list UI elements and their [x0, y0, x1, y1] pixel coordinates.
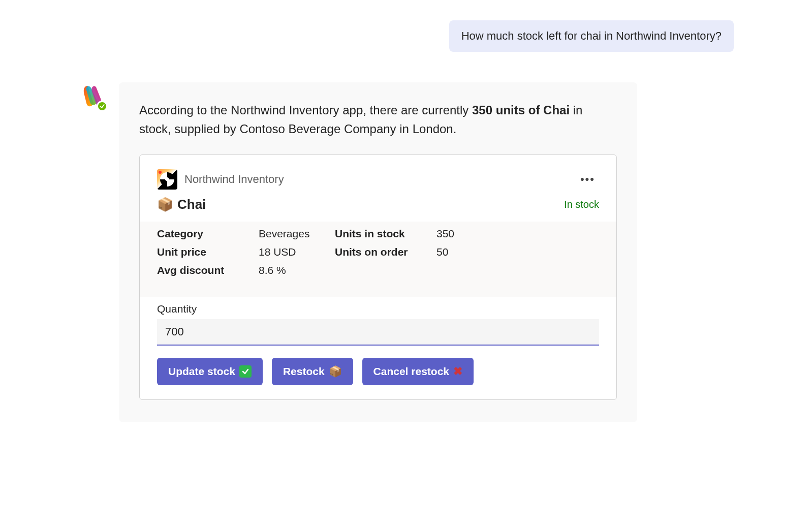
fact-value-avg-discount: 8.6 %	[259, 264, 335, 276]
fact-value-category: Beverages	[259, 228, 335, 240]
cancel-restock-label: Cancel restock	[373, 365, 449, 378]
fact-label-unit-price: Unit price	[157, 246, 259, 258]
package-icon: 📦	[329, 365, 342, 378]
fact-label-units-in-stock: Units in stock	[335, 228, 436, 240]
card-app-name: Northwind Inventory	[184, 173, 569, 186]
fact-value-units-on-order: 50	[436, 246, 497, 258]
user-message-text: How much stock left for chai in Northwin…	[461, 29, 722, 42]
product-title: 📦 Chai	[157, 197, 206, 212]
assistant-response-text: According to the Northwind Inventory app…	[139, 101, 617, 138]
copilot-avatar	[78, 82, 107, 111]
update-stock-label: Update stock	[168, 365, 235, 378]
quantity-input[interactable]	[157, 319, 599, 346]
card-more-button[interactable]: •••	[576, 171, 599, 188]
quantity-label: Quantity	[157, 303, 599, 315]
restock-label: Restock	[283, 365, 325, 378]
northwind-app-icon	[157, 169, 177, 190]
fact-value-units-in-stock: 350	[436, 228, 497, 240]
restock-button[interactable]: Restock 📦	[272, 358, 353, 385]
fact-label-units-on-order: Units on order	[335, 246, 436, 258]
product-name: Chai	[177, 197, 206, 212]
fact-label-category: Category	[157, 228, 259, 240]
user-message-bubble: How much stock left for chai in Northwin…	[449, 20, 734, 52]
facts-grid: Category Beverages Units in stock 350 Un…	[140, 222, 616, 297]
package-icon: 📦	[157, 197, 173, 212]
presence-available-icon	[97, 101, 108, 112]
check-icon	[239, 365, 252, 378]
update-stock-button[interactable]: Update stock	[157, 358, 263, 385]
fact-value-unit-price: 18 USD	[259, 246, 335, 258]
adaptive-card: Northwind Inventory ••• 📦 Chai In stock …	[139, 154, 617, 400]
x-icon: ✖	[453, 365, 462, 378]
assistant-message-bubble: According to the Northwind Inventory app…	[119, 82, 637, 422]
cancel-restock-button[interactable]: Cancel restock ✖	[362, 358, 474, 385]
status-badge: In stock	[564, 199, 599, 210]
fact-label-avg-discount: Avg discount	[157, 264, 259, 276]
